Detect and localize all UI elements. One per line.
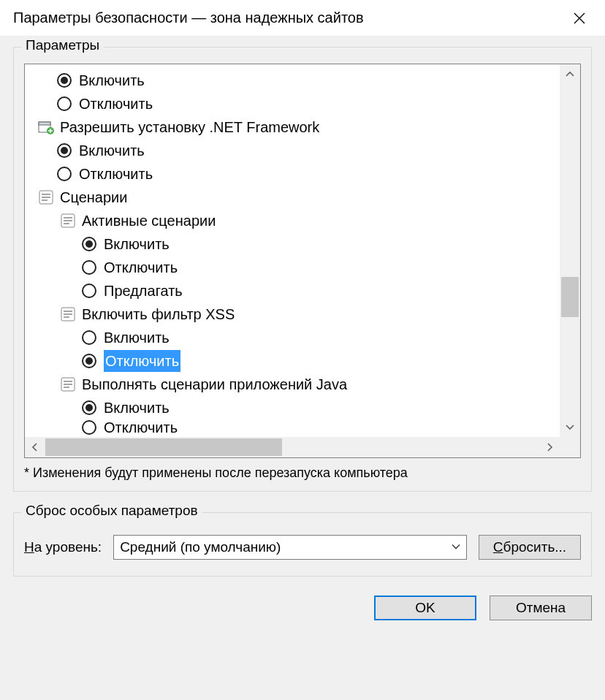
category-scripts: Сценарии xyxy=(38,186,557,209)
close-icon xyxy=(574,12,585,24)
script-icon xyxy=(38,189,54,205)
category-label: Разрешить установку .NET Framework xyxy=(60,116,319,138)
radio-icon xyxy=(57,73,72,88)
horizontal-scroll-track[interactable] xyxy=(45,437,539,457)
radio-option[interactable]: Включить xyxy=(82,326,557,349)
radio-option[interactable]: Отключить xyxy=(57,162,557,186)
radio-icon xyxy=(82,284,96,298)
reset-group: Сброс особых параметров На уровень: Сред… xyxy=(13,512,592,577)
close-button[interactable] xyxy=(563,1,596,35)
scroll-up-button[interactable] xyxy=(560,64,580,85)
radio-option[interactable]: Включить xyxy=(57,69,557,92)
radio-icon xyxy=(82,237,96,251)
ok-button[interactable]: OK xyxy=(374,596,476,620)
settings-tree-viewport[interactable]: Включить Отключить Разрешить установку .… xyxy=(25,64,560,437)
radio-option[interactable]: Отключить xyxy=(82,256,557,279)
radio-label: Отключить xyxy=(79,93,153,115)
radio-icon xyxy=(57,143,72,158)
chevron-down-icon xyxy=(452,541,460,553)
radio-option[interactable]: Отключить xyxy=(82,419,557,435)
chevron-up-icon xyxy=(566,70,574,79)
radio-label-highlighted: Отключить xyxy=(104,350,180,372)
radio-label: Включить xyxy=(79,140,145,161)
title-bar: Параметры безопасности — зона надежных с… xyxy=(0,0,605,37)
radio-label: Включить xyxy=(104,397,170,419)
radio-option[interactable]: Включить xyxy=(57,139,557,162)
cancel-button[interactable]: Отмена xyxy=(490,596,592,620)
scroll-left-button[interactable] xyxy=(25,437,45,457)
vertical-scroll-thumb[interactable] xyxy=(561,277,579,316)
reset-button[interactable]: Сбросить... xyxy=(479,535,581,560)
category-java-scripts: Выполнять сценарии приложений Java xyxy=(60,373,557,396)
vertical-scroll-track[interactable] xyxy=(560,85,580,416)
radio-icon xyxy=(57,167,72,181)
radio-label: Отключить xyxy=(79,163,153,185)
restart-note: * Изменения будут применены после переза… xyxy=(24,465,581,481)
dialog-buttons: OK Отмена xyxy=(13,596,592,620)
radio-option[interactable]: Отключить xyxy=(57,92,557,115)
radio-label: Предлагать xyxy=(104,280,183,302)
category-xss-filter: Включить фильтр XSS xyxy=(60,303,557,326)
radio-label: Включить xyxy=(104,327,170,349)
reset-level-combo[interactable]: Средний (по умолчанию) xyxy=(113,535,467,560)
category-label: Сценарии xyxy=(60,186,127,208)
scroll-corner xyxy=(560,437,580,457)
category-label: Выполнять сценарии приложений Java xyxy=(82,373,347,395)
category-label: Активные сценарии xyxy=(82,210,216,232)
radio-label: Включить xyxy=(79,69,145,91)
radio-option[interactable]: Отключить xyxy=(82,349,557,373)
horizontal-scrollbar[interactable] xyxy=(25,437,560,457)
combo-value: Средний (по умолчанию) xyxy=(120,539,281,555)
script-icon xyxy=(60,376,76,392)
radio-icon xyxy=(57,96,72,111)
horizontal-scroll-thumb[interactable] xyxy=(45,438,282,456)
chevron-down-icon xyxy=(566,422,574,431)
settings-group: Параметры Включить Отключить xyxy=(13,47,592,492)
settings-group-title: Параметры xyxy=(21,37,104,53)
reset-level-label: На уровень: xyxy=(24,539,102,555)
radio-icon xyxy=(82,400,96,415)
vertical-scrollbar[interactable] xyxy=(560,64,580,437)
category-label: Включить фильтр XSS xyxy=(82,303,235,325)
radio-icon xyxy=(82,420,96,435)
scroll-down-button[interactable] xyxy=(560,416,580,437)
script-icon xyxy=(60,213,76,229)
radio-icon xyxy=(82,354,96,368)
dialog-body: Параметры Включить Отключить xyxy=(0,37,605,700)
reset-group-title: Сброс особых параметров xyxy=(21,503,202,519)
category-net-framework: Разрешить установку .NET Framework xyxy=(38,115,557,139)
scroll-right-button[interactable] xyxy=(539,437,560,457)
svg-rect-1 xyxy=(39,122,50,125)
radio-icon xyxy=(82,330,96,345)
radio-option[interactable]: Включить xyxy=(82,232,557,256)
radio-label: Отключить xyxy=(104,256,178,278)
radio-icon xyxy=(82,260,96,275)
radio-option[interactable]: Предлагать xyxy=(82,279,557,303)
category-active-scripts: Активные сценарии xyxy=(60,209,557,232)
settings-tree: Включить Отключить Разрешить установку .… xyxy=(25,64,560,435)
script-icon xyxy=(60,306,76,322)
settings-tree-container: Включить Отключить Разрешить установку .… xyxy=(24,64,581,458)
window-title: Параметры безопасности — зона надежных с… xyxy=(13,9,563,26)
chevron-left-icon xyxy=(31,443,39,452)
radio-label: Отключить xyxy=(104,419,178,435)
radio-label: Включить xyxy=(104,233,170,255)
chevron-right-icon xyxy=(545,443,554,452)
package-icon xyxy=(38,119,54,135)
radio-option[interactable]: Включить xyxy=(82,396,557,419)
